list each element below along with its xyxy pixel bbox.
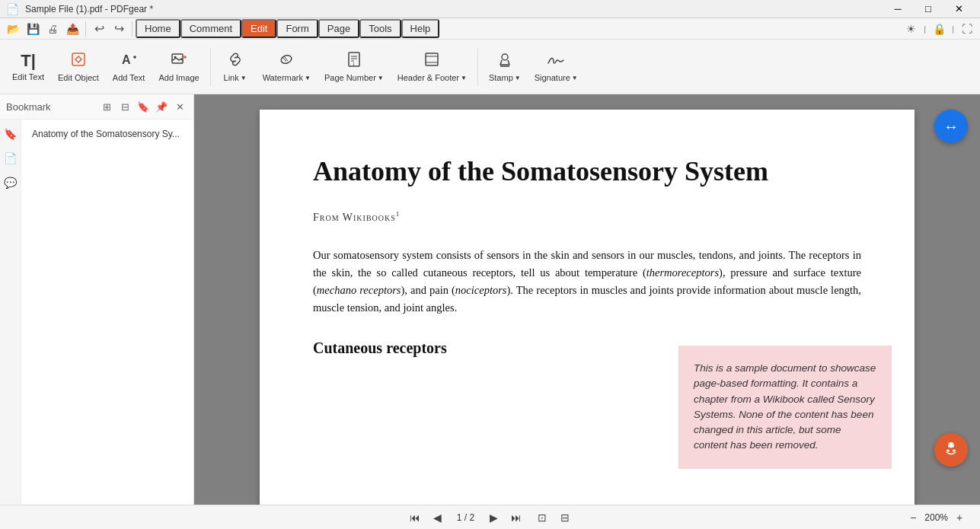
new-file-button[interactable]: 📂 <box>3 19 23 39</box>
edit-text-label: Edit Text <box>12 72 44 81</box>
menu-home[interactable]: Home <box>136 19 180 38</box>
add-image-button[interactable]: Add Image <box>152 44 205 90</box>
fab-icon-2 <box>942 439 960 461</box>
signature-icon <box>545 51 567 70</box>
fit-page-button[interactable]: ⊡ <box>532 508 552 527</box>
bookmark-item[interactable]: Anatomy of the Somatosensory Sy... <box>27 126 187 142</box>
sidebar-header: Bookmark ⊞ ⊟ 🔖 📌 ✕ <box>0 94 193 120</box>
page-number-label: Page Number▼ <box>324 73 384 82</box>
sidebar-bookmark-icon[interactable]: 🔖 <box>2 126 19 142</box>
page-number-icon: 1 <box>346 51 362 70</box>
titlebar: 📄 Sample File (1).pdf - PDFgear * ─ □ ✕ <box>0 0 980 18</box>
stamp-icon <box>496 51 513 70</box>
stamp-button[interactable]: Stamp▼ <box>483 44 527 90</box>
zoom-out-button[interactable]: − <box>905 509 921 526</box>
edit-object-button[interactable]: Edit Object <box>52 44 105 90</box>
main-area: Bookmark ⊞ ⊟ 🔖 📌 ✕ 🔖 📄 💬 Anatomy of the … <box>0 94 980 505</box>
close-button[interactable]: ✕ <box>943 0 974 18</box>
page-indicator: 1 / 2 <box>451 512 480 523</box>
app-icon: 📄 <box>6 3 19 15</box>
fab-button-1[interactable]: ↔ <box>934 110 968 143</box>
sidebar-close-button[interactable]: ✕ <box>172 99 187 114</box>
menu-help[interactable]: Help <box>401 19 440 38</box>
share-button[interactable]: 📤 <box>62 19 82 39</box>
sidebar-comment-icon[interactable]: 💬 <box>2 174 19 191</box>
sidebar-title: Bookmark <box>6 101 99 113</box>
edit-object-label: Edit Object <box>58 73 99 82</box>
signature-button[interactable]: Signature▼ <box>528 44 584 90</box>
zoom-in-button[interactable]: + <box>951 509 968 526</box>
svg-text:1: 1 <box>353 62 355 66</box>
menu-page[interactable]: Page <box>318 19 359 38</box>
window-controls: ─ □ ✕ <box>883 0 974 18</box>
pdf-superscript: 1 <box>396 210 401 218</box>
menu-tools[interactable]: Tools <box>359 19 401 38</box>
edit-text-icon: T| <box>21 53 36 69</box>
svg-point-17 <box>502 54 508 60</box>
fullscreen-button[interactable]: ⛶ <box>957 19 977 39</box>
sidebar-panel: Anatomy of the Somatosensory Sy... <box>21 120 193 505</box>
minimize-button[interactable]: ─ <box>883 0 913 18</box>
add-image-icon <box>171 51 187 70</box>
stamp-label: Stamp▼ <box>489 73 521 82</box>
pdf-page: Anatomy of the Somatosensory System From… <box>260 110 915 505</box>
header-footer-button[interactable]: Header & Footer▼ <box>391 44 473 90</box>
watermark-icon <box>278 51 295 70</box>
svg-point-23 <box>953 444 953 445</box>
svg-text:A: A <box>122 53 131 66</box>
zoom-area: − 200% + <box>905 509 968 526</box>
prev-page-button[interactable]: ◀ <box>428 508 448 527</box>
svg-rect-14 <box>426 53 438 65</box>
svg-point-22 <box>948 444 949 445</box>
maximize-button[interactable]: □ <box>913 0 943 18</box>
link-label: Link▼ <box>224 73 247 82</box>
menu-edit[interactable]: Edit <box>241 19 276 38</box>
watermark-button[interactable]: Watermark▼ <box>257 44 317 90</box>
pdf-body-text: Our somatosensory system consists of sen… <box>313 247 861 317</box>
first-page-button[interactable]: ⏮ <box>405 508 425 527</box>
header-footer-label: Header & Footer▼ <box>397 73 467 82</box>
svg-rect-0 <box>72 53 85 65</box>
lock-button[interactable]: 🔒 <box>929 19 949 39</box>
sidebar-content: 🔖 📄 💬 Anatomy of the Somatosensory Sy... <box>0 120 193 505</box>
add-image-label: Add Image <box>158 73 199 82</box>
redo-button[interactable]: ↪ <box>109 19 129 39</box>
pdf-subtitle: From Wikibooks1 <box>313 210 861 224</box>
fit-width-button[interactable]: ⊟ <box>555 508 575 527</box>
sidebar-left-strip: 🔖 📄 💬 <box>0 120 21 505</box>
sidebar-add-button[interactable]: ⊞ <box>99 99 114 114</box>
menu-form[interactable]: Form <box>276 19 318 38</box>
add-text-icon: A <box>120 51 137 70</box>
window-title: Sample File (1).pdf - PDFgear * <box>25 4 883 14</box>
sidebar-bookmark-button[interactable]: 🔖 <box>136 99 151 114</box>
fab-button-2[interactable] <box>934 433 968 467</box>
theme-button[interactable]: ☀ <box>901 19 921 39</box>
play-button[interactable]: ▶ <box>484 508 503 527</box>
edit-text-button[interactable]: T| Edit Text <box>6 44 50 90</box>
last-page-button[interactable]: ⏭ <box>506 508 526 527</box>
print-button[interactable]: 🖨 <box>43 19 62 39</box>
link-icon <box>227 51 244 70</box>
pdf-area: ↔ Anatomy of the Somatosensory System Fr… <box>194 94 980 505</box>
signature-label: Signature▼ <box>535 73 578 82</box>
sidebar-pin-button[interactable]: 📌 <box>154 99 169 114</box>
undo-button[interactable]: ↩ <box>89 19 109 39</box>
sidebar-page-icon[interactable]: 📄 <box>2 150 19 167</box>
pdf-title: Anatomy of the Somatosensory System <box>313 155 861 187</box>
bottom-toolbar: ⏮ ◀ 1 / 2 ▶ ⏭ ⊡ ⊟ − 200% + <box>0 505 980 529</box>
watermark-label: Watermark▼ <box>263 73 311 82</box>
page-number-button[interactable]: 1 Page Number▼ <box>318 44 390 90</box>
sidebar: Bookmark ⊞ ⊟ 🔖 📌 ✕ 🔖 📄 💬 Anatomy of the … <box>0 94 194 505</box>
header-footer-icon <box>423 51 440 70</box>
menubar: 📂 💾 🖨 📤 ↩ ↪ Home Comment Edit Form Page … <box>0 18 980 40</box>
sidebar-minus-button[interactable]: ⊟ <box>117 99 132 114</box>
edit-object-icon <box>70 51 87 70</box>
add-text-button[interactable]: A Add Text <box>107 44 152 90</box>
menu-comment[interactable]: Comment <box>180 19 241 38</box>
main-toolbar: T| Edit Text Edit Object A Add Text <box>0 40 980 94</box>
sidebar-header-icons: ⊞ ⊟ 🔖 📌 ✕ <box>99 99 187 114</box>
save-button[interactable]: 💾 <box>23 19 43 39</box>
link-button[interactable]: Link▼ <box>215 44 255 90</box>
zoom-level: 200% <box>924 512 948 523</box>
svg-point-21 <box>953 449 956 451</box>
